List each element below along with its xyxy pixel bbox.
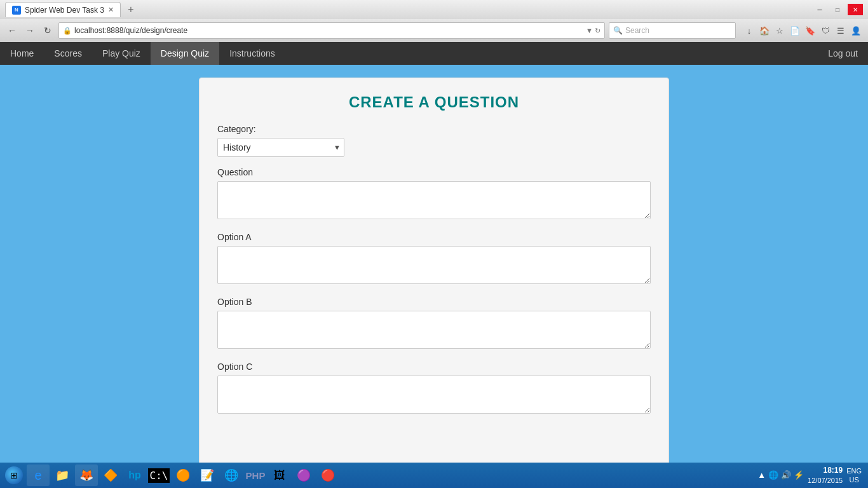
taskbar-chrome-icon[interactable]: 🌐 [220, 464, 243, 486]
tab-title: Spider Web Dev Task 3 [25, 6, 104, 15]
nav-design-quiz[interactable]: Design Quiz [151, 42, 219, 65]
shield-icon[interactable]: 🛡 [818, 24, 832, 37]
page-content: CREATE A QUESTION Category: History Scie… [0, 65, 868, 488]
search-box[interactable]: 🔍 Search [609, 22, 736, 39]
refresh-button[interactable]: ↻ [41, 24, 55, 37]
taskbar-xampp-icon[interactable]: 🟠 [172, 464, 194, 486]
category-group: Category: History Science Math Geography… [217, 124, 651, 157]
logout-button[interactable]: Log out [818, 42, 868, 65]
taskbar-vlc-icon[interactable]: 🔶 [99, 464, 122, 486]
home-icon[interactable]: 🏠 [757, 24, 771, 37]
browser-tab[interactable]: N Spider Web Dev Task 3 ✕ [5, 2, 121, 17]
pocket-icon[interactable]: 🔖 [803, 24, 817, 37]
download-icon[interactable]: ↓ [742, 24, 756, 37]
windows-logo-icon: ⊞ [5, 466, 23, 484]
dropdown-arrow-icon[interactable]: ▼ [586, 27, 593, 35]
form-title: CREATE A QUESTION [217, 93, 651, 111]
new-tab-button[interactable]: + [123, 2, 139, 17]
window-controls: ─ □ ✕ [812, 4, 863, 15]
browser-addressbar: ← → ↻ 🔒 localhost:8888/quiz/design/creat… [0, 19, 868, 42]
forward-button[interactable]: → [23, 24, 37, 37]
tab-close-button[interactable]: ✕ [108, 6, 114, 14]
taskbar-php-icon[interactable]: PHP [244, 464, 267, 486]
taskbar-folder-icon[interactable]: 📁 [51, 464, 74, 486]
system-tray-icons: ▲ 🌐 🔊 ⚡ [757, 470, 804, 480]
reload-icon[interactable]: ↻ [595, 27, 600, 35]
category-label: Category: [217, 124, 651, 134]
question-group: Question [217, 167, 651, 222]
taskbar-purple-icon[interactable]: 🟣 [292, 464, 315, 486]
nav-home[interactable]: Home [0, 42, 44, 65]
form-container: CREATE A QUESTION Category: History Scie… [199, 78, 669, 475]
category-select-wrapper: History Science Math Geography Sports ▼ [217, 138, 344, 157]
question-textarea[interactable] [217, 181, 651, 219]
close-button[interactable]: ✕ [848, 4, 863, 15]
option-c-textarea[interactable] [217, 376, 651, 414]
back-button[interactable]: ← [5, 24, 19, 37]
bookmark-icon[interactable]: ☆ [773, 24, 787, 37]
category-select[interactable]: History Science Math Geography Sports [217, 138, 344, 157]
option-b-textarea[interactable] [217, 311, 651, 349]
search-placeholder: Search [625, 26, 649, 35]
menu-icon[interactable]: ☰ [834, 24, 848, 37]
taskbar: ⊞ e 📁 🦊 🔶 hp C:\ 🟠 📝 🌐 PHP 🖼 🟣 🔴 ▲ � [0, 463, 868, 488]
taskbar-red-icon[interactable]: 🔴 [316, 464, 339, 486]
option-a-label: Option A [217, 232, 651, 242]
taskbar-right: ▲ 🌐 🔊 ⚡ 18:19 12/07/2015 ENG US [757, 466, 865, 485]
taskbar-date: 12/07/2015 [808, 476, 843, 485]
locale-lang: ENG [846, 466, 862, 475]
address-text[interactable]: localhost:8888/quiz/design/create [74, 26, 583, 35]
maximize-button[interactable]: □ [830, 4, 845, 15]
start-button[interactable]: ⊞ [3, 464, 25, 486]
tray-network-icon[interactable]: 🌐 [768, 470, 778, 480]
taskbar-firefox-icon[interactable]: 🦊 [75, 464, 98, 486]
tray-battery-icon[interactable]: ⚡ [794, 470, 804, 480]
locale-region: US [849, 475, 858, 484]
minimize-button[interactable]: ─ [812, 4, 827, 15]
taskbar-time[interactable]: 18:19 [823, 466, 843, 476]
option-b-group: Option B [217, 297, 651, 351]
nav-play-quiz[interactable]: Play Quiz [92, 42, 151, 65]
nav-menu: Home Scores Play Quiz Design Quiz Instru… [0, 42, 868, 65]
taskbar-hp-icon[interactable]: hp [123, 464, 146, 486]
taskbar-image-viewer[interactable]: 🖼 [268, 464, 291, 486]
reader-icon[interactable]: 📄 [788, 24, 802, 37]
taskbar-notepad-icon[interactable]: 📝 [196, 464, 219, 486]
taskbar-ie-icon[interactable]: e [27, 464, 50, 486]
address-bar[interactable]: 🔒 localhost:8888/quiz/design/create ▼ ↻ [58, 22, 605, 39]
question-label: Question [217, 167, 651, 177]
option-c-label: Option C [217, 362, 651, 372]
tab-favicon: N [12, 6, 21, 15]
option-a-group: Option A [217, 232, 651, 287]
address-icon: 🔒 [63, 27, 72, 35]
option-c-group: Option C [217, 362, 651, 416]
search-icon: 🔍 [613, 26, 623, 35]
tray-volume-icon[interactable]: 🔊 [781, 470, 791, 480]
toolbar-icons: ↓ 🏠 ☆ 📄 🔖 🛡 ☰ 👤 [742, 24, 863, 37]
tray-arrow-icon[interactable]: ▲ [757, 470, 766, 480]
nav-instructions[interactable]: Instructions [219, 42, 285, 65]
taskbar-cmd-icon[interactable]: C:\ [147, 464, 170, 486]
profile-icon[interactable]: 👤 [849, 24, 863, 37]
option-b-label: Option B [217, 297, 651, 307]
option-a-textarea[interactable] [217, 246, 651, 284]
browser-titlebar: N Spider Web Dev Task 3 ✕ + ─ □ ✕ [0, 0, 868, 19]
address-bar-icons: ▼ ↻ [586, 27, 600, 35]
browser-chrome: N Spider Web Dev Task 3 ✕ + ─ □ ✕ ← → ↻ … [0, 0, 868, 42]
nav-scores[interactable]: Scores [44, 42, 92, 65]
